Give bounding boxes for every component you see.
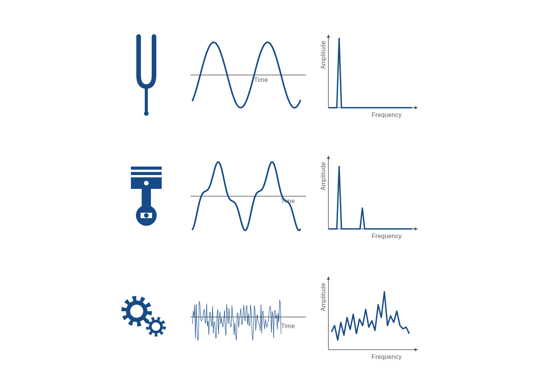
frequency-axis-label: Frequency xyxy=(372,233,402,240)
svg-line-60 xyxy=(220,312,221,324)
svg-line-134 xyxy=(275,310,276,319)
svg-line-132 xyxy=(274,311,275,338)
svg-line-51 xyxy=(213,322,214,334)
svg-line-23 xyxy=(192,311,193,324)
svg-line-107 xyxy=(255,309,256,330)
time-axis-label: Time xyxy=(281,323,295,330)
svg-line-127 xyxy=(270,306,271,309)
svg-marker-145 xyxy=(327,277,330,280)
spectrum-plot-piston: Amplitude Frequency xyxy=(321,152,422,240)
svg-point-10 xyxy=(144,181,149,185)
svg-rect-7 xyxy=(131,167,162,170)
amplitude-axis-label: Amplitude xyxy=(320,41,327,69)
frequency-axis-label: Frequency xyxy=(372,112,402,118)
svg-line-139 xyxy=(279,300,280,322)
svg-marker-19 xyxy=(327,156,330,159)
svg-line-126 xyxy=(269,306,270,312)
tuning-fork-icon xyxy=(117,37,175,113)
svg-line-54 xyxy=(216,338,216,338)
row-gearbox: Time Amplitude Frequency xyxy=(85,273,454,361)
row-tuning-fork: Time Amplitude Frequency xyxy=(85,31,454,119)
svg-line-57 xyxy=(218,309,219,334)
svg-line-98 xyxy=(248,314,249,325)
spectrum-plot-gearbox: Amplitude Frequency xyxy=(321,273,422,361)
svg-line-124 xyxy=(268,321,268,322)
svg-marker-18 xyxy=(415,227,418,230)
svg-line-94 xyxy=(245,309,246,321)
svg-marker-5 xyxy=(415,106,418,109)
svg-line-96 xyxy=(247,305,248,325)
time-plot-piston: Time xyxy=(191,158,306,235)
svg-marker-6 xyxy=(327,35,330,38)
time-axis-label: Time xyxy=(254,77,268,83)
svg-point-1 xyxy=(144,111,149,116)
svg-line-66 xyxy=(224,310,225,329)
svg-line-69 xyxy=(227,304,228,315)
svg-line-80 xyxy=(235,323,236,334)
svg-line-115 xyxy=(261,305,262,333)
svg-rect-8 xyxy=(131,172,162,175)
svg-line-29 xyxy=(197,327,198,340)
svg-point-20 xyxy=(130,305,143,318)
svg-line-123 xyxy=(267,322,268,327)
svg-line-84 xyxy=(238,313,239,327)
svg-line-105 xyxy=(253,305,254,329)
time-plot-tuning-fork: Time xyxy=(191,37,306,113)
svg-line-137 xyxy=(277,313,278,330)
svg-line-72 xyxy=(229,308,230,320)
time-axis-label: Time xyxy=(281,198,295,205)
svg-line-68 xyxy=(226,304,227,335)
amplitude-axis-label: Amplitude xyxy=(320,283,327,311)
frequency-axis-label: Frequency xyxy=(372,354,402,360)
svg-line-102 xyxy=(251,312,252,333)
svg-line-27 xyxy=(196,304,196,339)
svg-line-31 xyxy=(198,301,199,339)
svg-line-76 xyxy=(232,306,233,317)
piston-icon xyxy=(117,158,175,235)
svg-line-85 xyxy=(239,319,239,327)
svg-line-53 xyxy=(215,322,216,338)
svg-line-108 xyxy=(256,320,256,330)
svg-line-112 xyxy=(259,324,259,325)
svg-line-50 xyxy=(213,306,213,333)
svg-line-116 xyxy=(262,312,263,334)
time-plot-gearbox: Time xyxy=(191,279,306,355)
svg-line-120 xyxy=(264,319,265,329)
svg-line-36 xyxy=(202,317,203,319)
svg-line-104 xyxy=(253,330,254,341)
svg-line-58 xyxy=(219,317,219,334)
svg-line-47 xyxy=(210,312,211,322)
svg-line-111 xyxy=(258,321,259,324)
svg-line-82 xyxy=(236,314,237,340)
svg-line-28 xyxy=(196,304,197,327)
diagram-canvas: Time Amplitude Frequency Time xyxy=(0,0,539,392)
svg-line-62 xyxy=(221,318,222,325)
svg-line-39 xyxy=(204,309,205,324)
amplitude-axis-label: Amplitude xyxy=(320,162,327,190)
row-piston: Time Amplitude Frequency xyxy=(85,152,454,240)
svg-line-64 xyxy=(223,320,224,327)
svg-marker-144 xyxy=(415,348,418,351)
svg-line-90 xyxy=(242,314,243,324)
svg-line-71 xyxy=(228,308,229,324)
svg-line-121 xyxy=(265,319,266,324)
svg-line-88 xyxy=(241,309,242,325)
svg-line-110 xyxy=(257,315,258,321)
svg-line-75 xyxy=(231,306,232,327)
svg-line-73 xyxy=(230,320,231,327)
svg-line-37 xyxy=(203,311,204,317)
gears-icon xyxy=(117,279,175,355)
svg-line-78 xyxy=(233,320,234,335)
spectrum-plot-tuning-fork: Amplitude Frequency xyxy=(321,31,422,119)
svg-line-45 xyxy=(209,312,210,335)
svg-line-125 xyxy=(268,312,269,321)
svg-line-100 xyxy=(250,305,251,326)
svg-line-128 xyxy=(271,308,271,332)
svg-line-42 xyxy=(207,304,208,326)
svg-line-55 xyxy=(216,315,217,338)
svg-line-92 xyxy=(244,305,244,320)
svg-line-35 xyxy=(201,319,202,321)
svg-point-21 xyxy=(152,322,160,331)
svg-point-14 xyxy=(144,213,149,218)
svg-line-129 xyxy=(271,312,272,332)
